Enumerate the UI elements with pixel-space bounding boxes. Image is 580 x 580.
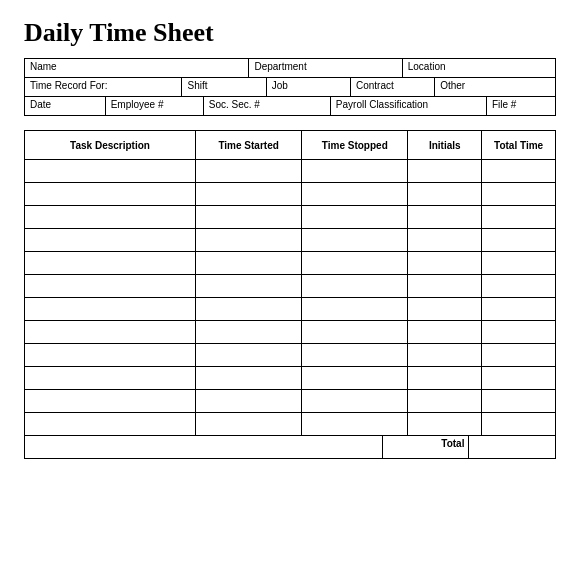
task-row xyxy=(25,183,555,206)
col-header-started: Time Started xyxy=(196,131,302,159)
task-started[interactable] xyxy=(196,252,302,274)
task-total[interactable] xyxy=(482,252,555,274)
soc-sec-field[interactable]: Soc. Sec. # xyxy=(204,97,331,115)
task-started[interactable] xyxy=(196,344,302,366)
total-label: Total xyxy=(382,436,470,458)
task-row xyxy=(25,367,555,390)
task-table: Task Description Time Started Time Stopp… xyxy=(24,130,556,459)
task-total[interactable] xyxy=(482,160,555,182)
task-initials[interactable] xyxy=(408,344,482,366)
task-total[interactable] xyxy=(482,183,555,205)
task-desc[interactable] xyxy=(25,275,196,297)
task-initials[interactable] xyxy=(408,206,482,228)
col-header-initials: Initials xyxy=(408,131,482,159)
task-desc[interactable] xyxy=(25,390,196,412)
task-row xyxy=(25,390,555,413)
task-stopped[interactable] xyxy=(302,229,408,251)
task-initials[interactable] xyxy=(408,390,482,412)
department-field[interactable]: Department xyxy=(249,59,402,77)
header-row-2: Time Record For: Shift Job Contract Othe… xyxy=(25,78,555,97)
task-row xyxy=(25,252,555,275)
total-value xyxy=(469,436,555,458)
task-stopped[interactable] xyxy=(302,183,408,205)
task-started[interactable] xyxy=(196,367,302,389)
task-row xyxy=(25,275,555,298)
name-field[interactable]: Name xyxy=(25,59,249,77)
task-stopped[interactable] xyxy=(302,390,408,412)
time-record-field[interactable]: Time Record For: xyxy=(25,78,182,96)
task-started[interactable] xyxy=(196,206,302,228)
task-total[interactable] xyxy=(482,390,555,412)
task-started[interactable] xyxy=(196,413,302,435)
task-started[interactable] xyxy=(196,229,302,251)
task-total[interactable] xyxy=(482,206,555,228)
task-desc[interactable] xyxy=(25,298,196,320)
task-row xyxy=(25,160,555,183)
task-row xyxy=(25,344,555,367)
task-stopped[interactable] xyxy=(302,413,408,435)
task-stopped[interactable] xyxy=(302,252,408,274)
task-initials[interactable] xyxy=(408,252,482,274)
task-initials[interactable] xyxy=(408,229,482,251)
task-started[interactable] xyxy=(196,275,302,297)
task-total[interactable] xyxy=(482,413,555,435)
task-started[interactable] xyxy=(196,160,302,182)
task-total[interactable] xyxy=(482,229,555,251)
task-desc-empty xyxy=(25,436,382,458)
task-stopped[interactable] xyxy=(302,344,408,366)
task-desc[interactable] xyxy=(25,367,196,389)
task-stopped[interactable] xyxy=(302,367,408,389)
task-desc[interactable] xyxy=(25,229,196,251)
contract-field[interactable]: Contract xyxy=(351,78,435,96)
task-initials[interactable] xyxy=(408,160,482,182)
task-initials[interactable] xyxy=(408,183,482,205)
task-stopped[interactable] xyxy=(302,160,408,182)
task-desc[interactable] xyxy=(25,321,196,343)
task-stopped[interactable] xyxy=(302,275,408,297)
task-desc[interactable] xyxy=(25,183,196,205)
task-initials[interactable] xyxy=(408,413,482,435)
task-row xyxy=(25,206,555,229)
shift-field[interactable]: Shift xyxy=(182,78,266,96)
date-field[interactable]: Date xyxy=(25,97,106,115)
task-row xyxy=(25,229,555,252)
task-desc[interactable] xyxy=(25,344,196,366)
task-total[interactable] xyxy=(482,367,555,389)
task-started[interactable] xyxy=(196,298,302,320)
task-desc[interactable] xyxy=(25,252,196,274)
task-total[interactable] xyxy=(482,344,555,366)
task-desc[interactable] xyxy=(25,413,196,435)
task-stopped[interactable] xyxy=(302,206,408,228)
task-total[interactable] xyxy=(482,321,555,343)
task-initials[interactable] xyxy=(408,298,482,320)
task-started[interactable] xyxy=(196,321,302,343)
header-row-1: Name Department Location xyxy=(25,59,555,78)
page-title: Daily Time Sheet xyxy=(24,18,556,48)
task-total-row: Total xyxy=(25,436,555,459)
col-header-stopped: Time Stopped xyxy=(302,131,408,159)
task-total[interactable] xyxy=(482,298,555,320)
file-field[interactable]: File # xyxy=(487,97,555,115)
payroll-field[interactable]: Payroll Classification xyxy=(331,97,487,115)
task-total[interactable] xyxy=(482,275,555,297)
header-form: Name Department Location Time Record For… xyxy=(24,58,556,116)
col-header-desc: Task Description xyxy=(25,131,196,159)
job-field[interactable]: Job xyxy=(267,78,351,96)
task-initials[interactable] xyxy=(408,275,482,297)
col-header-total: Total Time xyxy=(482,131,555,159)
task-initials[interactable] xyxy=(408,321,482,343)
header-row-3: Date Employee # Soc. Sec. # Payroll Clas… xyxy=(25,97,555,116)
employee-field[interactable]: Employee # xyxy=(106,97,204,115)
task-desc[interactable] xyxy=(25,160,196,182)
location-field[interactable]: Location xyxy=(403,59,555,77)
other-field[interactable]: Other xyxy=(435,78,555,96)
task-stopped[interactable] xyxy=(302,321,408,343)
task-row xyxy=(25,321,555,344)
task-stopped[interactable] xyxy=(302,298,408,320)
task-initials[interactable] xyxy=(408,367,482,389)
task-row xyxy=(25,413,555,436)
task-started[interactable] xyxy=(196,183,302,205)
task-header-row: Task Description Time Started Time Stopp… xyxy=(25,131,555,160)
task-started[interactable] xyxy=(196,390,302,412)
task-desc[interactable] xyxy=(25,206,196,228)
